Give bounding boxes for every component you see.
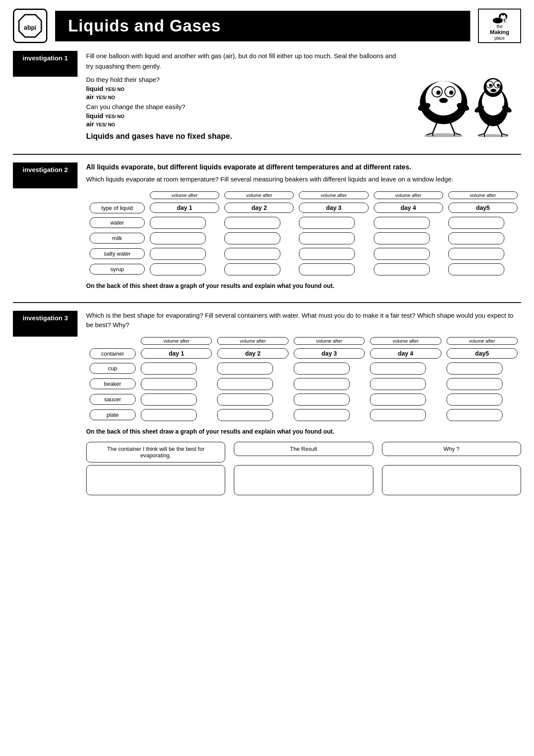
table-row: syrup	[88, 262, 519, 276]
inv2-milk-d1[interactable]	[150, 232, 206, 244]
inv3-cup-d2[interactable]	[217, 362, 273, 375]
inv2-water-d4[interactable]	[374, 217, 430, 229]
inv1-question2: Can you change the shape easily?	[86, 103, 400, 110]
inv2-day2-header: day 2	[224, 203, 294, 213]
inv3-cup-d4[interactable]	[370, 362, 426, 375]
inv2-salty-d4[interactable]	[374, 248, 430, 260]
inv3-plate-d3[interactable]	[294, 409, 350, 421]
investigation-1-content: Fill one balloon with liquid and another…	[86, 51, 521, 141]
inv1-air1: air YES/ NO	[86, 93, 400, 100]
inv2-syrup-d3[interactable]	[299, 263, 355, 275]
inv3-saucer-d4[interactable]	[370, 394, 426, 406]
svg-point-31	[489, 84, 492, 87]
inv2-milk-d4[interactable]	[374, 232, 430, 244]
inv2-milk-d5[interactable]	[448, 232, 504, 244]
table-row: water	[88, 216, 519, 230]
inv2-table: volume after volume after volume after v…	[86, 189, 521, 278]
inv2-vol-header-row: volume after volume after volume after v…	[88, 191, 519, 200]
inv3-table-wrapper: volume after volume after volume after v…	[86, 334, 521, 424]
svg-line-18	[433, 122, 437, 133]
inv3-vol-header-2: volume after	[217, 337, 288, 345]
inv3-cup-d3[interactable]	[294, 362, 350, 375]
inv3-cup-d1[interactable]	[141, 362, 197, 375]
investigation-3-content: Which is the best shape for evaporating?…	[86, 311, 521, 495]
inv3-row-beaker: beaker	[90, 378, 136, 389]
table-row: plate	[88, 408, 519, 422]
inv2-vol-header-1: volume after	[150, 191, 219, 199]
inv3-row-saucer: saucer	[90, 394, 136, 405]
inv2-salty-d1[interactable]	[150, 248, 206, 260]
inv2-vol-header-3: volume after	[299, 191, 368, 199]
table-row: beaker	[88, 377, 519, 391]
inv3-plate-d1[interactable]	[141, 409, 197, 421]
inv2-syrup-d2[interactable]	[224, 263, 280, 275]
inv2-water-d3[interactable]	[299, 217, 355, 229]
inv2-heading: All liquids evaporate, but different liq…	[86, 162, 521, 172]
inv3-saucer-d5[interactable]	[447, 394, 503, 406]
inv2-subtext: Which liquids evaporate at room temperat…	[86, 175, 521, 184]
inv2-salty-d5[interactable]	[448, 248, 504, 260]
inv3-saucer-d2[interactable]	[217, 394, 273, 406]
inv3-vol-header-row: volume after volume after volume after v…	[88, 336, 519, 346]
inv3-answer-box1[interactable]	[86, 465, 225, 495]
investigation-2-label: investigation 2	[13, 162, 78, 188]
svg-text:abpi: abpi	[24, 24, 37, 31]
inv2-syrup-d1[interactable]	[150, 263, 206, 275]
inv2-day1-header: day 1	[150, 203, 219, 213]
inv2-water-d2[interactable]	[224, 217, 280, 229]
inv1-question1: Do they hold their shape?	[86, 76, 400, 83]
inv3-container-header: container	[90, 348, 136, 359]
investigation-2-section: investigation 2 All liquids evaporate, b…	[13, 162, 521, 289]
inv3-day4-header: day 4	[370, 348, 441, 359]
inv3-cup-d5[interactable]	[447, 362, 503, 375]
inv3-answer-box2[interactable]	[234, 465, 373, 495]
inv2-day5-header: day5	[448, 203, 518, 213]
inv3-back-note: On the back of this sheet draw a graph o…	[86, 428, 521, 435]
inv2-water-d1[interactable]	[150, 217, 206, 229]
inv3-beaker-d2[interactable]	[217, 378, 273, 390]
svg-point-32	[497, 84, 500, 87]
inv3-saucer-d3[interactable]	[294, 394, 350, 406]
inv2-row-salty: salty water	[90, 248, 145, 259]
inv2-row-syrup: syrup	[90, 264, 145, 275]
svg-point-4	[501, 15, 502, 16]
inv3-box1-label: The container I think will be the best f…	[86, 442, 225, 462]
svg-point-14	[449, 91, 453, 95]
inv3-plate-d2[interactable]	[217, 409, 273, 421]
inv2-milk-d2[interactable]	[224, 232, 280, 244]
abpi-logo: abpi	[13, 9, 47, 43]
inv2-table-wrapper: volume after volume after volume after v…	[86, 189, 521, 278]
inv2-vol-header-5: volume after	[448, 191, 518, 199]
inv2-water-d5[interactable]	[448, 217, 504, 229]
inv3-row-cup: cup	[90, 363, 136, 374]
inv3-answer-boxes	[86, 465, 521, 495]
inv2-type-header: type of liquid	[90, 203, 145, 213]
inv1-conclusion: Liquids and gases have no fixed shape.	[86, 132, 400, 141]
inv3-box3-label: Why ?	[382, 442, 521, 456]
inv3-day1-header: day 1	[141, 348, 212, 359]
section-divider-1	[13, 154, 521, 155]
inv3-subtext: Which is the best shape for evaporating?…	[86, 311, 521, 330]
inv2-salty-d3[interactable]	[299, 248, 355, 260]
inv2-vol-header-2: volume after	[224, 191, 294, 199]
inv3-saucer-d1[interactable]	[141, 394, 197, 406]
inv2-syrup-d5[interactable]	[448, 263, 504, 275]
inv3-beaker-d4[interactable]	[370, 378, 426, 390]
inv2-day4-header: day 4	[374, 203, 443, 213]
inv1-para1: Fill one balloon with liquid and another…	[86, 51, 400, 72]
inv3-beaker-d5[interactable]	[447, 378, 503, 390]
inv3-beaker-d1[interactable]	[141, 378, 197, 390]
inv2-syrup-d4[interactable]	[374, 263, 430, 275]
svg-line-19	[450, 122, 454, 133]
inv2-row-milk: milk	[90, 233, 145, 244]
inv2-salty-d2[interactable]	[224, 248, 280, 260]
investigation-1-section: investigation 1 Fill one balloon with li…	[13, 51, 521, 141]
inv2-row-water: water	[90, 217, 145, 228]
investigation-2-content: All liquids evaporate, but different liq…	[86, 162, 521, 289]
inv3-beaker-d3[interactable]	[294, 378, 350, 390]
inv3-answer-box3[interactable]	[382, 465, 521, 495]
inv3-plate-d5[interactable]	[447, 409, 503, 421]
inv3-table: volume after volume after volume after v…	[86, 334, 521, 424]
inv2-milk-d3[interactable]	[299, 232, 355, 244]
inv3-plate-d4[interactable]	[370, 409, 426, 421]
